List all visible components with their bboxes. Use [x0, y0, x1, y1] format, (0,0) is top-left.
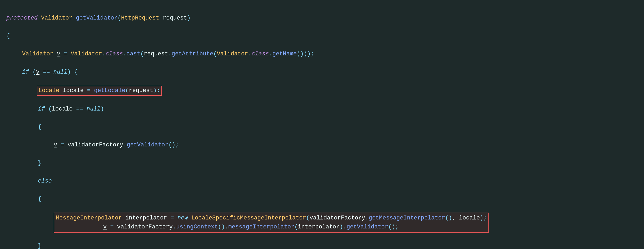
- line-12: MessageInterpolator interpolator = new L…: [6, 213, 638, 233]
- line-4: if (v == null) {: [6, 68, 638, 77]
- highlight-locale-line: Locale locale = getLocale(request);: [37, 86, 162, 96]
- type-validator: Validator: [41, 15, 72, 21]
- line-7: {: [6, 123, 638, 132]
- code-display: protected Validator getValidator(HttpReq…: [6, 5, 638, 249]
- line-11: {: [6, 195, 638, 204]
- keyword-protected: protected: [6, 15, 38, 21]
- line-14: }: [6, 242, 638, 249]
- highlight-interpolator-block: MessageInterpolator interpolator = new L…: [54, 213, 489, 233]
- line-9: }: [6, 159, 638, 168]
- line-2: {: [6, 32, 638, 41]
- line-10: else: [6, 177, 638, 186]
- method-getvalidator: getValidator: [76, 15, 117, 21]
- line-5: Locale locale = getLocale(request);: [6, 86, 638, 96]
- line-1: protected Validator getValidator(HttpReq…: [6, 14, 638, 23]
- line-3: Validator v = Validator.class.cast(reque…: [6, 50, 638, 59]
- line-8: v = validatorFactory.getValidator();: [6, 141, 638, 150]
- line-6: if (locale == null): [6, 105, 638, 114]
